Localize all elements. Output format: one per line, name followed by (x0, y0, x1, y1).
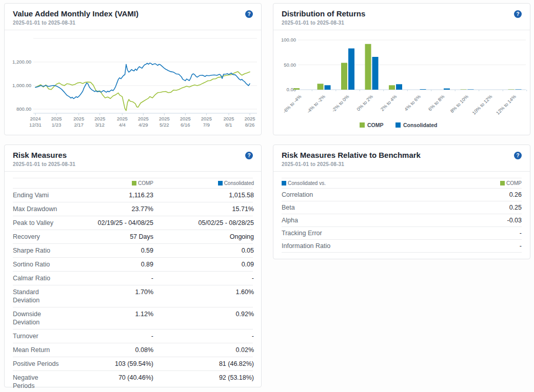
x-axis-tick-label: 8/26 (245, 122, 255, 128)
help-icon[interactable]: ? (245, 152, 253, 159)
x-axis-category-label: -4% to -2% (306, 94, 326, 114)
consolidated-bar[interactable] (468, 89, 474, 90)
consolidated-bar[interactable] (420, 89, 426, 90)
legend-swatch (218, 181, 223, 185)
x-axis-category-label: 0% to 2% (356, 94, 374, 112)
distribution-chart-body: 0.0050.00100.00-6% to -4%-4% to -2%-2% t… (273, 30, 530, 137)
risk-measure-consolidated-value: Ongoing (153, 230, 254, 243)
risk-measure-comp-value: 1.12% (90, 307, 153, 329)
risk-measure-row: Positive Periods103 (59.54%)81 (46.82%) (13, 357, 253, 371)
risk-measure-comp-value: 1.70% (90, 285, 153, 307)
vami-panel-title: Value Added Monthly Index (VAMI) (13, 9, 253, 18)
risk-measure-label: Recovery (13, 230, 90, 243)
x-axis-tick-label: 3/12 (95, 122, 105, 128)
comp-bar[interactable] (341, 63, 347, 90)
risk-measure-consolidated-value: 1.60% (153, 285, 254, 307)
x-axis-tick-label: 6/16 (181, 122, 190, 128)
risk-measure-comp-value: 0.08% (90, 343, 153, 357)
consolidated-bar[interactable] (372, 57, 379, 90)
consolidated-bar[interactable] (325, 85, 331, 90)
x-axis-tick-label: 4/4 (119, 122, 126, 128)
risk-measure-consolidated-value: 15.71% (153, 202, 254, 216)
risk-measure-comp-value: - (90, 329, 153, 343)
risk-measure-comp-value: - (90, 272, 153, 285)
risk-measure-row: Peak to Valley02/19/25 - 04/08/2505/02/2… (13, 216, 253, 230)
comp-bar[interactable] (293, 88, 300, 90)
dashboard: Value Added Monthly Index (VAMI) 2025-01… (0, 0, 534, 390)
risk-measure-label: Standard Deviation (13, 285, 90, 307)
x-axis-tick-label: 7/9 (203, 122, 210, 128)
x-axis-tick-label: 5/22 (160, 122, 169, 128)
risk-measure-consolidated-value: 0.09 (153, 258, 254, 271)
table-header-empty-cell (13, 178, 90, 188)
distribution-bar-chart: 0.0050.00100.00-6% to -4%-4% to -2%-2% t… (273, 31, 530, 135)
x-axis-category-label: 12% to 14% (495, 94, 517, 116)
risk-measure-row: Recovery57 DaysOngoing (13, 230, 253, 244)
risk-measure-label: Mean Return (13, 343, 90, 357)
risk-measure-label: Sortino Ratio (13, 258, 90, 271)
consolidated-bar[interactable] (516, 89, 522, 90)
relative-risk-panel: Risk Measures Relative to Benchmark 2025… (273, 145, 530, 259)
distribution-panel: Distribution of Returns 2025-01-01 to 20… (273, 3, 530, 135)
risk-measure-consolidated-value: - (153, 329, 254, 343)
legend-label-consolidated[interactable]: Consolidated (403, 122, 438, 128)
consolidated-bar[interactable] (396, 84, 402, 90)
risk-measure-row: Sharpe Ratio0.590.05 (13, 244, 253, 258)
x-axis-tick-label: 4/29 (139, 122, 148, 128)
x-axis-category-label: 2% to 4% (380, 94, 398, 112)
benchmark-measure-label: Correlation (282, 189, 313, 201)
risk-measure-consolidated-value: 0.02% (153, 343, 254, 357)
help-icon[interactable]: ? (245, 10, 253, 18)
table-header-row: Consolidated vs.COMP (282, 178, 522, 189)
vami-panel-date-range: 2025-01-01 to 2025-08-31 (13, 20, 253, 26)
distribution-panel-header: Distribution of Returns 2025-01-01 to 20… (273, 4, 530, 30)
legend-swatch-comp (360, 122, 365, 128)
risk-measure-consolidated-value: 81 (46.82%) (153, 357, 254, 370)
comp-bar[interactable] (318, 84, 324, 90)
consolidated-series-line[interactable] (35, 63, 250, 98)
vami-panel-header: Value Added Monthly Index (VAMI) 2025-01… (5, 4, 261, 30)
benchmark-measure-label: Alpha (282, 214, 298, 226)
column-header-label: Consolidated (224, 180, 254, 186)
comp-bar[interactable] (508, 89, 515, 90)
x-axis-tick-label: 2025 (73, 116, 84, 121)
x-axis-category-label: 6% to 8% (427, 94, 445, 112)
legend-swatch (500, 181, 505, 185)
comp-series-line[interactable] (35, 72, 250, 111)
benchmark-measure-value: 0.26 (509, 189, 522, 201)
table-header-consolidated: Consolidated (153, 178, 254, 188)
consolidated-bar[interactable] (444, 89, 450, 90)
distribution-panel-date-range: 2025-01-01 to 2025-08-31 (282, 20, 522, 26)
x-axis-tick-label: 2025 (94, 116, 105, 121)
benchmark-measure-value: - (520, 240, 522, 252)
table-header-consolidated-vs: Consolidated vs. (282, 178, 326, 188)
distribution-panel-title: Distribution of Returns (282, 9, 522, 18)
legend-label-comp[interactable]: COMP (367, 122, 384, 128)
risk-measure-consolidated-value: 92 (53.18%) (153, 371, 254, 392)
legend-swatch (132, 181, 136, 185)
relative-risk-panel-date-range: 2025-01-01 to 2025-08-31 (282, 161, 522, 167)
comp-bar[interactable] (389, 85, 395, 90)
consolidated-bar[interactable] (348, 49, 354, 90)
x-axis-category-label: 10% to 12% (471, 94, 493, 116)
comp-bar[interactable] (461, 89, 467, 90)
table-header-comp: COMP (500, 178, 522, 188)
x-axis-category-label: 8% to 10% (449, 94, 469, 114)
x-axis-tick-label: 8/1 (225, 122, 232, 128)
risk-measure-consolidated-value: 05/02/25 - 08/28/25 (153, 216, 254, 230)
benchmark-measure-row: Information Ratio- (282, 240, 522, 253)
help-icon[interactable]: ? (514, 10, 522, 18)
comp-bar[interactable] (365, 44, 371, 90)
x-axis-category-label: 4% to 6% (404, 94, 422, 112)
risk-measure-comp-value: 0.89 (90, 258, 153, 271)
help-icon[interactable]: ? (514, 152, 522, 159)
risk-measure-consolidated-value: - (153, 272, 254, 285)
legend-swatch (282, 181, 286, 185)
table-header-comp: COMP (90, 178, 153, 188)
risk-measure-comp-value: 0.59 (90, 244, 153, 257)
x-axis-tick-label: 2025 (138, 116, 149, 121)
risk-measure-row: Calmar Ratio-- (13, 272, 253, 285)
relative-risk-panel-header: Risk Measures Relative to Benchmark 2025… (273, 145, 530, 172)
risk-measure-label: Sharpe Ratio (13, 244, 90, 257)
x-axis-tick-label: 2025 (159, 116, 170, 121)
